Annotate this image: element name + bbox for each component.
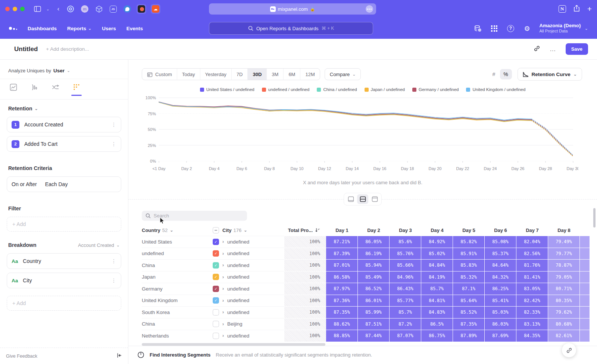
codesandbox-extension-icon[interactable] bbox=[94, 4, 104, 14]
breakdown-country[interactable]: Aa Country ⋮ bbox=[7, 253, 121, 269]
expand-row-chevron-icon[interactable]: › bbox=[222, 298, 224, 303]
retention-step-2[interactable]: 2 Added To Cart ⋮ bbox=[7, 136, 121, 152]
duckduckgo-extension-icon[interactable] bbox=[122, 4, 132, 14]
collapse-sidebar-icon[interactable] bbox=[116, 352, 122, 360]
nav-item-reports[interactable]: Reports⌄ bbox=[67, 26, 91, 31]
retention-cell[interactable]: 84.32% bbox=[485, 271, 516, 283]
legend-item[interactable]: undefined / undefined bbox=[262, 87, 310, 92]
legend-item[interactable]: United Kingdom / undefined bbox=[466, 87, 525, 92]
legend-item[interactable]: China / undefined bbox=[317, 87, 357, 92]
range-custom[interactable]: Custom bbox=[142, 69, 177, 80]
criteria-mode[interactable]: On or After bbox=[12, 181, 37, 187]
kebab-menu-icon[interactable]: ⋮ bbox=[111, 277, 116, 283]
retention-cell[interactable]: 84.64% bbox=[485, 259, 516, 271]
retention-cell[interactable]: 87.89% bbox=[453, 330, 485, 342]
retention-cell[interactable]: 85.08% bbox=[485, 236, 516, 248]
retention-cell[interactable]: 84.19% bbox=[421, 271, 453, 283]
retention-step-1[interactable]: 1 Account Created ⋮ bbox=[7, 117, 121, 132]
retention-cell[interactable]: 80.35% bbox=[548, 295, 580, 307]
retention-cell[interactable]: 85.91% bbox=[453, 248, 485, 260]
breakdown-scope-selector[interactable]: Account Created⌄ bbox=[78, 242, 120, 248]
maximize-window-button[interactable] bbox=[20, 7, 25, 11]
onepassword-extension-icon[interactable] bbox=[66, 4, 75, 14]
total-column-header[interactable]: Total Pro... bbox=[284, 225, 326, 236]
retention-cell[interactable]: 84.84% bbox=[421, 259, 453, 271]
retention-cell[interactable]: 85.99% bbox=[358, 306, 390, 318]
criteria-interval[interactable]: Each Day bbox=[45, 181, 68, 187]
range-6m[interactable]: 6M bbox=[284, 69, 300, 80]
settings-gear-icon[interactable]: ⚙ bbox=[523, 24, 531, 32]
range-12m[interactable]: 12M bbox=[300, 69, 319, 80]
retention-cell[interactable]: 86.01% bbox=[358, 295, 390, 307]
m-extension-icon[interactable]: m bbox=[80, 4, 90, 14]
series-visibility-checkbox[interactable]: ✓ bbox=[213, 262, 219, 269]
retention-cell[interactable]: 83.05% bbox=[516, 283, 548, 295]
day-column-header[interactable]: Day 5 bbox=[453, 225, 485, 236]
mixpanel-logo[interactable] bbox=[9, 27, 17, 30]
retention-cell[interactable]: 84.83% bbox=[421, 306, 453, 318]
chart-type-selector[interactable]: Retention Curve⌄ bbox=[518, 68, 582, 81]
retention-cell[interactable]: 86.5% bbox=[421, 318, 453, 330]
retention-cell[interactable]: 86.75% bbox=[421, 330, 453, 342]
day-column-header[interactable]: Day 6 bbox=[485, 225, 516, 236]
range-today[interactable]: Today bbox=[177, 69, 200, 80]
day-column-header[interactable]: Day 7 bbox=[516, 225, 548, 236]
table-search-input[interactable] bbox=[154, 213, 243, 219]
select-all-checkbox[interactable] bbox=[213, 227, 219, 233]
help-icon[interactable]: ? bbox=[507, 24, 515, 32]
minimize-window-button[interactable] bbox=[13, 7, 17, 11]
retention-cell[interactable]: 79.49% bbox=[548, 236, 580, 248]
retention-cell[interactable]: 84.92% bbox=[421, 236, 453, 248]
retention-cell[interactable]: 87.21% bbox=[326, 236, 358, 248]
new-tab-icon[interactable]: + bbox=[587, 4, 592, 13]
retention-cell[interactable]: 87.35% bbox=[453, 318, 485, 330]
retention-cell[interactable]: 85.6% bbox=[390, 236, 421, 248]
retention-cell[interactable]: 82.42% bbox=[516, 295, 548, 307]
series-visibility-checkbox[interactable] bbox=[213, 321, 219, 327]
retention-cell[interactable]: 86.05% bbox=[358, 236, 390, 248]
tab-insights[interactable] bbox=[10, 84, 17, 95]
retention-cell[interactable]: 86.19% bbox=[358, 248, 390, 260]
retention-cell[interactable]: 85.41% bbox=[485, 295, 516, 307]
find-segments-title[interactable]: Find Interesting Segments bbox=[150, 352, 210, 358]
retention-cell[interactable]: 85.02% bbox=[421, 248, 453, 260]
retention-cell[interactable]: 85.82% bbox=[453, 236, 485, 248]
retention-cell[interactable]: 85.83% bbox=[453, 259, 485, 271]
expand-row-chevron-icon[interactable]: › bbox=[222, 286, 224, 291]
range-30d[interactable]: 30D bbox=[248, 69, 267, 80]
retention-cell[interactable]: 85.37% bbox=[485, 248, 516, 260]
table-search[interactable] bbox=[142, 211, 247, 221]
expand-row-chevron-icon[interactable]: › bbox=[222, 310, 224, 315]
retention-cell[interactable]: 85.03% bbox=[485, 306, 516, 318]
retention-cell[interactable]: 87.51% bbox=[358, 318, 390, 330]
analyze-entity-selector[interactable]: User bbox=[53, 68, 65, 73]
page-more-button[interactable]: ••• bbox=[366, 5, 373, 13]
sidebar-toggle-icon[interactable] bbox=[34, 6, 41, 12]
retention-cell[interactable]: 85.77% bbox=[390, 295, 421, 307]
day-column-header[interactable]: Day 4 bbox=[421, 225, 453, 236]
series-visibility-checkbox[interactable]: ✓ bbox=[213, 297, 219, 304]
retention-cell[interactable]: 85.76% bbox=[390, 248, 421, 260]
absolute-number-toggle[interactable]: # bbox=[488, 69, 500, 79]
retention-cell[interactable]: 82.33% bbox=[516, 306, 548, 318]
country-column-header[interactable]: Country52⌄ bbox=[142, 225, 213, 236]
retention-cell[interactable]: 80.71% bbox=[548, 283, 580, 295]
vertical-scrollbar[interactable] bbox=[593, 208, 596, 228]
retention-cell[interactable]: 86.58% bbox=[326, 271, 358, 283]
give-feedback-link[interactable]: Give Feedback bbox=[6, 354, 37, 359]
copy-link-icon[interactable] bbox=[534, 45, 540, 53]
kebab-menu-icon[interactable]: ⋮ bbox=[111, 141, 116, 147]
series-visibility-checkbox[interactable]: ✓ bbox=[213, 274, 219, 280]
retention-criteria-selector[interactable]: On or After Each Day bbox=[7, 176, 121, 192]
horizontal-scrollbar[interactable] bbox=[142, 343, 325, 346]
global-search-button[interactable]: Open Reports & Dashboards ⌘ + K bbox=[209, 22, 373, 35]
close-window-button[interactable] bbox=[5, 7, 10, 11]
retention-cell[interactable]: 79.77% bbox=[548, 248, 580, 260]
range-7d[interactable]: 7D bbox=[232, 69, 248, 80]
kebab-menu-icon[interactable]: ⋮ bbox=[111, 122, 116, 128]
retention-cell[interactable]: 84.81% bbox=[421, 295, 453, 307]
retention-cell[interactable]: 87.36% bbox=[326, 295, 358, 307]
retention-cell[interactable]: 88.62% bbox=[326, 318, 358, 330]
patreon-extension-icon[interactable] bbox=[137, 4, 146, 14]
data-management-icon[interactable] bbox=[474, 24, 482, 32]
